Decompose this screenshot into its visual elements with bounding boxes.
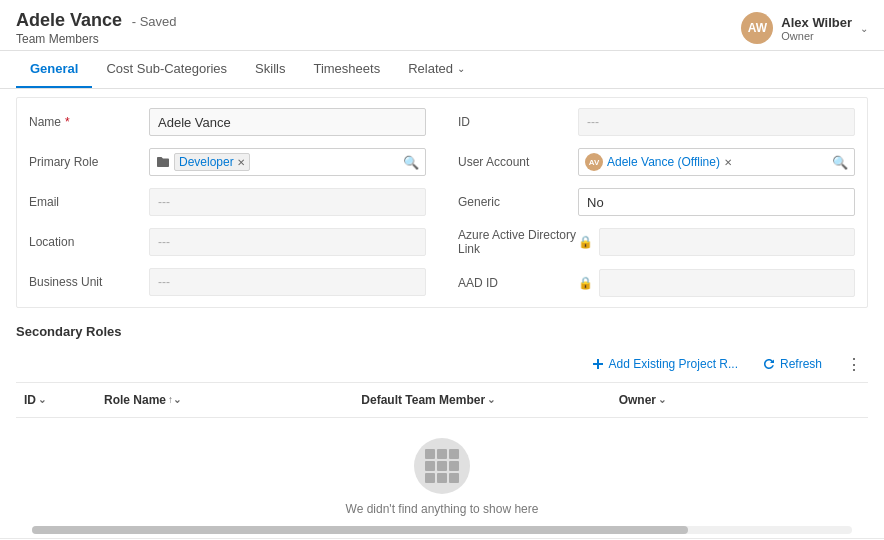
tab-related-label: Related <box>408 61 453 76</box>
primary-role-value: Developer ✕ 🔍 <box>149 148 426 176</box>
form-grid: Name * Primary Role <box>29 102 855 303</box>
sort-icon: ↑⌄ <box>168 394 181 405</box>
email-field-row: Email --- <box>29 182 426 222</box>
generic-label: Generic <box>458 195 578 209</box>
add-existing-project-button[interactable]: Add Existing Project R... <box>585 353 744 375</box>
email-value: --- <box>149 188 426 216</box>
location-value: --- <box>149 228 426 256</box>
azure-ad-link-value: 🔒 <box>578 228 855 256</box>
location-label: Location <box>29 235 149 249</box>
user-info: Alex Wilber Owner <box>781 15 852 42</box>
name-value[interactable] <box>149 108 426 136</box>
secondary-roles-section: Secondary Roles Add Existing Project R..… <box>0 316 884 534</box>
azure-ad-link-label: Azure Active Directory Link <box>458 228 578 257</box>
user-account-tag: AV Adele Vance (Offline) ✕ <box>585 153 732 171</box>
secondary-roles-title: Secondary Roles <box>16 324 868 339</box>
location-field-row: Location --- <box>29 222 426 262</box>
id-input: --- <box>578 108 855 136</box>
header-left: Adele Vance - Saved Team Members <box>16 10 177 46</box>
add-icon <box>591 357 605 371</box>
aad-id-field-row: AAD ID 🔒 <box>458 263 855 303</box>
avatar: AW <box>741 12 773 44</box>
user-account-tag-label: Adele Vance (Offline) <box>607 155 720 169</box>
refresh-button[interactable]: Refresh <box>756 353 828 375</box>
id-label: ID <box>458 115 578 129</box>
name-field-row: Name * <box>29 102 426 142</box>
entity-name: Adele Vance <box>16 10 122 30</box>
empty-icon <box>414 438 470 494</box>
column-header-default-team-member[interactable]: Default Team Member ⌄ <box>353 389 610 411</box>
user-name: Alex Wilber <box>781 15 852 30</box>
refresh-button-label: Refresh <box>780 357 822 371</box>
secondary-roles-toolbar: Add Existing Project R... Refresh ⋮ <box>16 347 868 383</box>
id-field-row: ID --- <box>458 102 855 142</box>
lock-icon: 🔒 <box>578 235 593 249</box>
form-left-column: Name * Primary Role <box>29 102 426 303</box>
user-account-value: AV Adele Vance (Offline) ✕ 🔍 <box>578 148 855 176</box>
search-icon[interactable]: 🔍 <box>403 155 419 170</box>
form-section: Name * Primary Role <box>16 97 868 308</box>
user-avatar-small: AV <box>585 153 603 171</box>
page-subtitle: Team Members <box>16 32 177 46</box>
empty-state-message: We didn't find anything to show here <box>346 502 539 516</box>
developer-tag[interactable]: Developer ✕ <box>174 153 250 171</box>
chevron-down-icon: ⌄ <box>860 23 868 34</box>
page-header: Adele Vance - Saved Team Members AW Alex… <box>0 0 884 51</box>
column-header-id[interactable]: ID ⌄ <box>16 389 96 411</box>
location-input[interactable]: --- <box>149 228 426 256</box>
grid-icon <box>425 449 459 483</box>
folder-icon <box>156 155 170 169</box>
business-unit-label: Business Unit <box>29 275 149 289</box>
generic-input[interactable]: No <box>578 188 855 216</box>
primary-role-label: Primary Role <box>29 155 149 169</box>
user-menu[interactable]: AW Alex Wilber Owner ⌄ <box>741 12 868 44</box>
sort-icon: ⌄ <box>658 394 666 405</box>
user-account-label: User Account <box>458 155 578 169</box>
email-label: Email <box>29 195 149 209</box>
tab-general[interactable]: General <box>16 51 92 88</box>
chevron-down-icon: ⌄ <box>457 63 465 74</box>
form-right-column: ID --- User Account AV <box>458 102 855 303</box>
name-label: Name * <box>29 115 149 129</box>
id-value: --- <box>578 108 855 136</box>
add-button-label: Add Existing Project R... <box>609 357 738 371</box>
tab-skills[interactable]: Skills <box>241 51 299 88</box>
column-header-role-name[interactable]: Role Name ↑⌄ <box>96 389 353 411</box>
horizontal-scrollbar[interactable] <box>32 526 852 534</box>
empty-state: We didn't find anything to show here <box>16 418 868 526</box>
sort-icon: ⌄ <box>487 394 495 405</box>
business-unit-input[interactable]: --- <box>149 268 426 296</box>
tag-label: Developer <box>179 155 234 169</box>
generic-value: No <box>578 188 855 216</box>
tab-timesheets[interactable]: Timesheets <box>299 51 394 88</box>
scrollbar-thumb[interactable] <box>32 526 688 534</box>
user-account-field-row: User Account AV Adele Vance (Offline) ✕ … <box>458 142 855 182</box>
tab-cost-sub-categories[interactable]: Cost Sub-Categories <box>92 51 241 88</box>
svg-rect-1 <box>597 359 599 369</box>
business-unit-field-row: Business Unit --- <box>29 262 426 302</box>
more-options-button[interactable]: ⋮ <box>840 353 868 376</box>
tab-bar: General Cost Sub-Categories Skills Times… <box>0 51 884 89</box>
aad-id-input <box>599 269 855 297</box>
primary-role-field-row: Primary Role Developer ✕ 🔍 <box>29 142 426 182</box>
name-input[interactable] <box>149 108 426 136</box>
user-role: Owner <box>781 30 852 42</box>
saved-label: - Saved <box>132 14 177 29</box>
aad-lock-icon: 🔒 <box>578 276 593 290</box>
page-title: Adele Vance - Saved <box>16 10 177 31</box>
user-account-input[interactable]: AV Adele Vance (Offline) ✕ 🔍 <box>578 148 855 176</box>
column-header-owner[interactable]: Owner ⌄ <box>611 389 868 411</box>
user-account-search-icon[interactable]: 🔍 <box>832 155 848 170</box>
user-account-tag-remove-button[interactable]: ✕ <box>724 157 732 168</box>
tab-related[interactable]: Related ⌄ <box>394 51 479 88</box>
sort-icon: ⌄ <box>38 394 46 405</box>
email-input[interactable]: --- <box>149 188 426 216</box>
refresh-icon <box>762 357 776 371</box>
required-indicator: * <box>65 115 70 129</box>
primary-role-input[interactable]: Developer ✕ 🔍 <box>149 148 426 176</box>
table-header: ID ⌄ Role Name ↑⌄ Default Team Member ⌄ … <box>16 383 868 418</box>
aad-id-label: AAD ID <box>458 276 578 290</box>
generic-field-row: Generic No <box>458 182 855 222</box>
tag-remove-button[interactable]: ✕ <box>237 157 245 168</box>
aad-id-value: 🔒 <box>578 269 855 297</box>
